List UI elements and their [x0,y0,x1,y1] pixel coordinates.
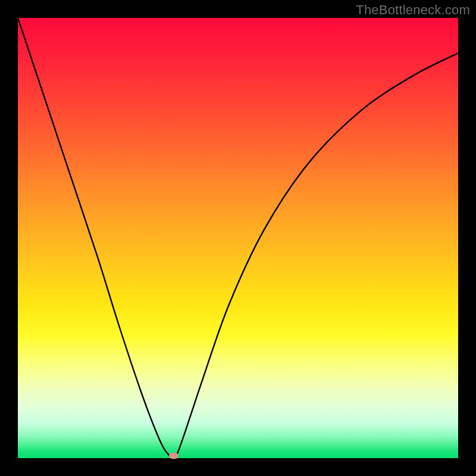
watermark-text: TheBottleneck.com [356,2,470,18]
chart-frame: TheBottleneck.com [0,0,476,476]
optimal-point-marker [169,453,178,459]
plot-area [18,18,458,458]
bottleneck-curve [18,18,458,458]
curve-path [18,18,458,458]
